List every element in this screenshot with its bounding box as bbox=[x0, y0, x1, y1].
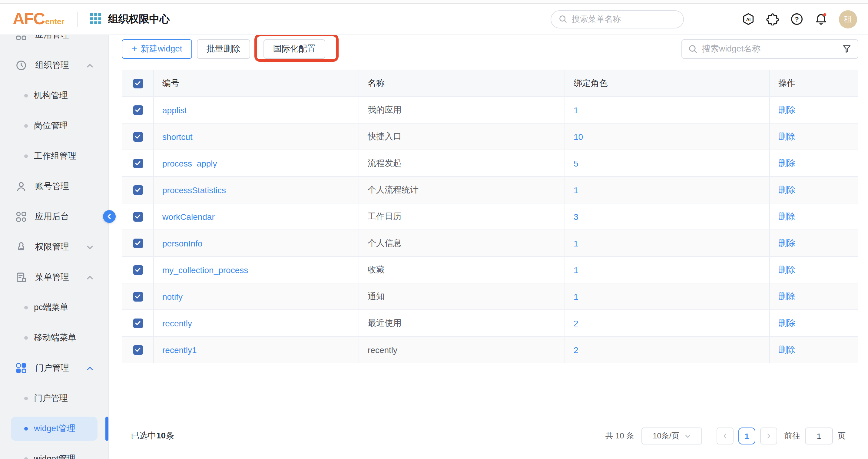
widget-code-link[interactable]: notify bbox=[162, 292, 183, 301]
row-checkbox[interactable] bbox=[133, 292, 143, 301]
sidebar-item-label: 应用后台 bbox=[35, 211, 69, 222]
sidebar-item-移动端菜单[interactable]: 移动端菜单 bbox=[11, 326, 97, 350]
widget-code-link[interactable]: personInfo bbox=[162, 238, 202, 248]
sidebar-item-label: 应用管理 bbox=[35, 35, 69, 40]
table-row: processStatistics个人流程统计1删除 bbox=[122, 177, 858, 203]
i18n-config-button[interactable]: 国际化配置 bbox=[264, 39, 325, 59]
sidebar-item-工作组管理[interactable]: 工作组管理 bbox=[11, 144, 97, 168]
code-cell: recently1 bbox=[154, 337, 359, 363]
goto-page-input[interactable] bbox=[805, 427, 833, 445]
plugin-icon[interactable] bbox=[766, 13, 779, 26]
next-page-button[interactable] bbox=[760, 427, 777, 445]
annotated-button-wrapper: 国际化配置 bbox=[264, 39, 325, 59]
action-cell: 删除 bbox=[770, 97, 858, 123]
menu-search-input[interactable]: 搜索菜单名称 bbox=[551, 10, 684, 28]
widgets-table: 编号 名称 绑定角色 操作 applist我的应用1删除shortcut快捷入口… bbox=[122, 70, 858, 446]
widget-code-link[interactable]: shortcut bbox=[162, 132, 193, 141]
row-checkbox[interactable] bbox=[133, 238, 143, 248]
row-checkbox[interactable] bbox=[133, 345, 143, 355]
roles-count-link[interactable]: 10 bbox=[574, 132, 583, 141]
widget-code-link[interactable]: workCalendar bbox=[162, 211, 215, 221]
row-checkbox[interactable] bbox=[133, 265, 143, 274]
roles-count-link[interactable]: 2 bbox=[574, 318, 579, 328]
sidebar-group-8[interactable]: 菜单管理 bbox=[11, 265, 97, 290]
bullet-dot bbox=[24, 336, 28, 340]
row-checkbox[interactable] bbox=[133, 105, 143, 115]
row-checkbox[interactable] bbox=[133, 211, 143, 221]
sidebar-group-7[interactable]: 权限管理 bbox=[11, 235, 97, 259]
delete-link[interactable]: 删除 bbox=[778, 264, 795, 275]
roles-count-link[interactable]: 5 bbox=[574, 158, 579, 168]
checkbox-cell bbox=[122, 310, 154, 336]
page-1-button[interactable]: 1 bbox=[738, 427, 755, 445]
sidebar-item-岗位管理[interactable]: 岗位管理 bbox=[11, 114, 97, 138]
widget-code-link[interactable]: recently1 bbox=[162, 345, 197, 355]
delete-link[interactable]: 删除 bbox=[778, 185, 795, 195]
roles-count-link[interactable]: 3 bbox=[574, 211, 579, 221]
row-checkbox[interactable] bbox=[133, 318, 143, 328]
widget-name: 收藏 bbox=[359, 257, 565, 283]
row-checkbox[interactable] bbox=[133, 185, 143, 195]
notification-dot bbox=[823, 13, 827, 17]
sidebar-item-widget管理[interactable]: widget管理 bbox=[11, 417, 97, 441]
sidebar-group-5[interactable]: 账号管理 bbox=[11, 174, 97, 199]
delete-link[interactable]: 删除 bbox=[778, 238, 795, 249]
sidebar-group-0[interactable]: 应用管理 bbox=[11, 35, 97, 47]
total-count: 共 10 条 bbox=[606, 430, 634, 441]
delete-link[interactable]: 删除 bbox=[778, 318, 795, 328]
bullet-dot bbox=[24, 94, 28, 98]
sidebar-item-门户管理[interactable]: 门户管理 bbox=[11, 386, 97, 411]
roles-count-link[interactable]: 1 bbox=[574, 105, 579, 115]
search-icon bbox=[688, 44, 698, 54]
widget-code-link[interactable]: process_apply bbox=[162, 158, 217, 168]
sidebar-group-6[interactable]: 应用后台 bbox=[11, 205, 97, 229]
chevron-down-icon bbox=[684, 433, 691, 439]
roles-count-link[interactable]: 1 bbox=[574, 185, 579, 195]
widget-search-input[interactable]: 搜索widget名称 bbox=[681, 39, 858, 59]
widget-code-link[interactable]: recently bbox=[162, 318, 192, 328]
search-icon bbox=[558, 14, 567, 24]
notification-bell-icon[interactable] bbox=[815, 13, 828, 26]
select-all-checkbox[interactable] bbox=[133, 78, 143, 88]
action-cell: 删除 bbox=[770, 337, 858, 363]
new-widget-button[interactable]: + 新建widget bbox=[122, 39, 192, 59]
help-icon[interactable]: ? bbox=[790, 13, 803, 26]
sidebar-item-label: 账号管理 bbox=[35, 181, 69, 192]
batch-delete-button[interactable]: 批量删除 bbox=[197, 39, 250, 59]
roles-count-link[interactable]: 1 bbox=[574, 292, 579, 301]
sidebar-item-label: 门户管理 bbox=[34, 393, 68, 404]
sidebar-item-widget管理[interactable]: widget管理 bbox=[11, 447, 97, 459]
bullet-dot bbox=[24, 457, 28, 459]
goto-label: 前往 bbox=[784, 430, 800, 441]
widget-code-link[interactable]: processStatistics bbox=[162, 185, 226, 195]
avatar[interactable]: 租 bbox=[839, 10, 857, 28]
row-checkbox[interactable] bbox=[133, 132, 143, 141]
filter-icon[interactable] bbox=[842, 44, 851, 54]
roles-count-link[interactable]: 1 bbox=[574, 238, 579, 248]
page-size-select[interactable]: 10条/页 bbox=[642, 427, 702, 445]
user-icon bbox=[16, 181, 27, 192]
sidebar-group-1[interactable]: 组织管理 bbox=[11, 53, 97, 77]
sidebar-collapse-button[interactable] bbox=[103, 210, 116, 223]
widget-code-link[interactable]: my_collection_process bbox=[162, 265, 248, 274]
selection-summary: 已选中10条 bbox=[131, 430, 174, 441]
roles-cell: 3 bbox=[565, 203, 770, 230]
delete-link[interactable]: 删除 bbox=[778, 344, 795, 355]
prev-page-button[interactable] bbox=[717, 427, 734, 445]
ai-icon[interactable]: AI bbox=[742, 13, 755, 26]
column-header-name: 名称 bbox=[359, 70, 565, 96]
roles-count-link[interactable]: 1 bbox=[574, 265, 579, 274]
code-cell: notify bbox=[154, 284, 359, 309]
delete-link[interactable]: 删除 bbox=[778, 158, 795, 169]
doc-icon bbox=[16, 272, 27, 283]
delete-link[interactable]: 删除 bbox=[778, 104, 795, 116]
row-checkbox[interactable] bbox=[133, 158, 143, 168]
delete-link[interactable]: 删除 bbox=[778, 291, 795, 302]
roles-count-link[interactable]: 2 bbox=[574, 345, 579, 355]
delete-link[interactable]: 删除 bbox=[778, 211, 795, 222]
sidebar-item-机构管理[interactable]: 机构管理 bbox=[11, 84, 97, 108]
delete-link[interactable]: 删除 bbox=[778, 131, 795, 142]
sidebar-group-11[interactable]: 门户管理 bbox=[11, 356, 97, 380]
widget-code-link[interactable]: applist bbox=[162, 105, 187, 115]
sidebar-item-pc端菜单[interactable]: pc端菜单 bbox=[11, 295, 97, 320]
